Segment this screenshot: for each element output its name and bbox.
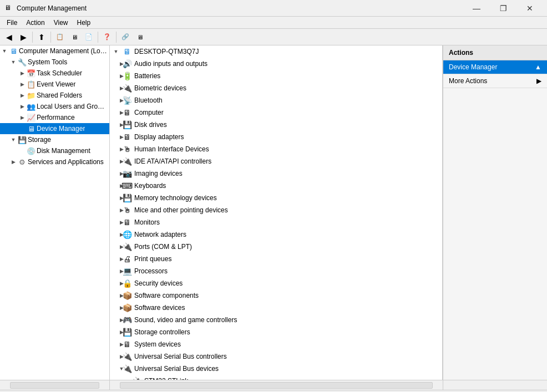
usb-controllers-expander: ▶ [110,350,122,363]
menu-help[interactable]: Help [73,18,95,28]
hid-expander: ▶ [110,143,122,155]
tree-item-local-users[interactable]: ▶ 👥 Local Users and Groups [0,101,109,112]
device-mice[interactable]: ▶ 🖱 Mice and other pointing devices [110,204,442,216]
device-bluetooth[interactable]: ▶ 📡 Bluetooth [110,94,442,106]
left-scrollbar[interactable] [10,382,99,389]
tree-item-system-tools[interactable]: ▼ 🔧 System Tools [0,57,109,68]
device-root[interactable]: ▼ 🖥 DESKTOP-QTM3Q7J [110,45,442,58]
device-display[interactable]: ▶ 🖥 Display adapters [110,131,442,143]
stm32-icon: 🔌 [132,376,142,380]
disk-drives-expander: ▶ [110,119,122,131]
device-sound-video[interactable]: ▶ 🎮 Sound, video and game controllers [110,314,442,326]
tree-item-disk-management[interactable]: 💿 Disk Management [0,145,109,156]
toolbar-show-hide[interactable]: 📋 [53,30,67,44]
display-expander: ▶ [110,131,122,143]
batteries-expander: ▶ [110,70,122,82]
ports-expander: ▶ [110,241,122,253]
toolbar-forward[interactable]: ▶ [17,30,30,44]
tree-item-shared-folders[interactable]: ▶ 📁 Shared Folders [0,90,109,101]
ports-icon: 🔌 [122,242,132,252]
storage-icon: 💾 [18,135,27,144]
event-viewer-expander: ▶ [18,79,27,90]
device-manager-expander [18,123,27,134]
minimize-button[interactable]: — [464,0,489,17]
device-memory-tech[interactable]: ▶ 💾 Memory technology devices [110,192,442,204]
tree-item-task-scheduler[interactable]: ▶ 📅 Task Scheduler [0,68,109,79]
tree-item-device-manager[interactable]: 🖥 Device Manager [0,123,109,134]
device-storage-controllers[interactable]: ▶ 💾 Storage controllers [110,326,442,338]
system-devices-icon: 🖥 [122,339,132,349]
action-more-actions-arrow: ▶ [536,77,541,85]
toolbar-computer[interactable]: 🖥 [68,30,81,44]
action-device-manager[interactable]: Device Manager ▲ [443,60,547,74]
ide-expander: ▶ [110,155,122,167]
device-system-devices[interactable]: ▶ 🖥 System devices [110,338,442,350]
toolbar-up[interactable]: ⬆ [35,30,48,44]
toolbar-link[interactable]: 🔗 [119,30,132,44]
device-usb-controllers[interactable]: ▶ 🔌 Universal Serial Bus controllers [110,350,442,363]
bluetooth-expander: ▶ [110,94,122,106]
device-usb-devices[interactable]: ▼ 🔌 Universal Serial Bus devices [110,363,442,375]
tree-item-event-viewer[interactable]: ▶ 📋 Event Viewer [0,79,109,90]
display-icon: 🖥 [122,132,132,142]
storage-controllers-label: Storage controllers [134,328,190,336]
system-devices-expander: ▶ [110,338,122,350]
device-print-queues[interactable]: ▶ 🖨 Print queues [110,253,442,265]
stm32-label: STM32 STLink [144,377,188,380]
memory-tech-icon: 💾 [122,193,132,203]
menu-view[interactable]: View [49,18,73,28]
device-ide[interactable]: ▶ 🔌 IDE ATA/ATAPI controllers [110,155,442,167]
tree-item-storage[interactable]: ▼ 💾 Storage [0,134,109,145]
keyboards-label: Keyboards [134,182,166,190]
device-processors[interactable]: ▶ 💻 Processors [110,265,442,277]
device-security[interactable]: ▶ 🔒 Security devices [110,277,442,289]
biometric-icon: 🔌 [122,83,132,93]
device-audio[interactable]: ▶ 🔊 Audio inputs and outputs [110,58,442,70]
storage-controllers-expander: ▶ [110,326,122,338]
tree-label-disk-management: Disk Management [37,147,90,155]
menu-action[interactable]: Action [22,18,49,28]
local-users-expander: ▶ [18,101,27,112]
processors-label: Processors [134,267,168,275]
mice-expander: ▶ [110,204,122,216]
device-stm32[interactable]: 🔌 STM32 STLink [110,375,442,380]
device-hid[interactable]: ▶ 🖱 Human Interface Devices [110,143,442,155]
mice-icon: 🖱 [122,205,132,215]
window-controls: — ❐ ✕ [464,0,543,17]
toolbar-back[interactable]: ◀ [2,30,16,44]
device-keyboards[interactable]: ▶ ⌨ Keyboards [110,180,442,192]
device-imaging[interactable]: ▶ 📷 Imaging devices [110,167,442,180]
device-disk-drives[interactable]: ▶ 💾 Disk drives [110,119,442,131]
close-button[interactable]: ✕ [517,0,543,17]
tree-label-task-scheduler: Task Scheduler [37,69,82,77]
action-more-actions[interactable]: More Actions ▶ [443,74,547,88]
tree-label-shared-folders: Shared Folders [37,91,82,99]
device-monitors[interactable]: ▶ 🖥 Monitors [110,216,442,228]
tree-item-performance[interactable]: ▶ 📈 Performance [0,112,109,123]
batteries-icon: 🔋 [122,71,132,81]
toolbar-help[interactable]: ❓ [100,30,114,44]
memory-tech-label: Memory technology devices [134,194,217,202]
audio-label: Audio inputs and outputs [134,60,207,68]
device-computer[interactable]: ▶ 🖥 Computer [110,106,442,119]
bluetooth-icon: 📡 [122,95,132,105]
toolbar-doc[interactable]: 📄 [82,30,95,44]
app-icon: 🖥 [4,4,13,13]
device-batteries[interactable]: ▶ 🔋 Batteries [110,70,442,82]
device-software-devices[interactable]: ▶ 📦 Software devices [110,302,442,314]
tree-root[interactable]: ▼ 🖥 Computer Management (Local [0,45,109,57]
ide-label: IDE ATA/ATAPI controllers [134,157,211,165]
device-software-components[interactable]: ▶ 📦 Software components [110,289,442,302]
center-scrollbar[interactable] [120,382,433,389]
tree-item-services-apps[interactable]: ▶ ⚙ Services and Applications [0,156,109,167]
right-panel: Actions Device Manager ▲ More Actions ▶ [443,45,547,380]
device-biometric[interactable]: ▶ 🔌 Biometric devices [110,82,442,94]
restore-button[interactable]: ❐ [490,0,516,17]
device-ports[interactable]: ▶ 🔌 Ports (COM & LPT) [110,241,442,253]
toolbar-extra[interactable]: 🖥 [133,30,146,44]
center-panel: ▼ 🖥 DESKTOP-QTM3Q7J ▶ 🔊 Audio inputs and… [110,45,443,380]
menu-file[interactable]: File [2,18,22,28]
biometric-label: Biometric devices [134,84,186,92]
device-network[interactable]: ▶ 🌐 Network adapters [110,228,442,241]
computer-icon: 🖥 [9,47,18,55]
